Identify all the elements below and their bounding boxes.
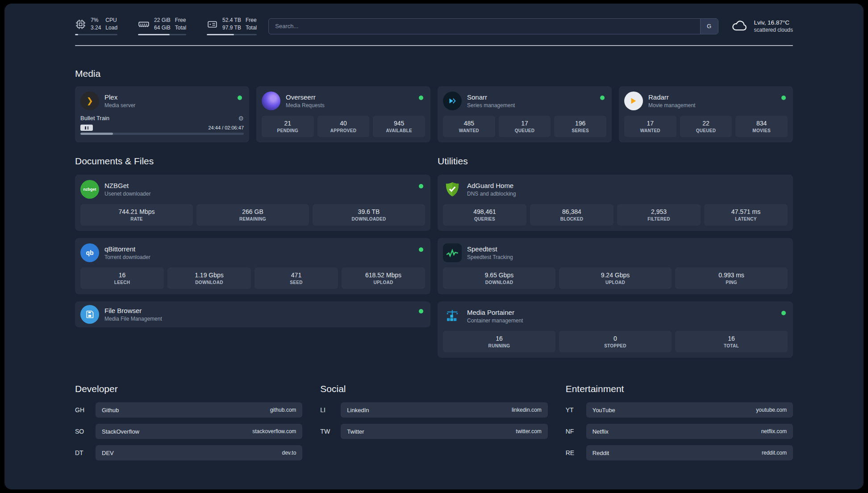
bookmark-linkedin[interactable]: LI LinkedIn linkedin.com — [320, 402, 547, 418]
stat-label: LATENCY — [735, 217, 757, 221]
service-name: Speedtest — [467, 245, 513, 253]
service-card-qbittorrent[interactable]: qb qBittorrent Torrent downloader 16 LEE… — [75, 238, 430, 294]
weather-location: Lviv, 16.87°C — [754, 19, 793, 26]
stat-tile: 744.21 Mbps RATE — [80, 204, 193, 226]
bookmark-url: twitter.com — [516, 428, 541, 435]
storage-total: 97.9 TB — [222, 25, 241, 31]
stat-tile: 16 RUNNING — [443, 331, 555, 352]
stat-tile: 266 GB REMAINING — [196, 204, 309, 226]
stat-value: 0 — [613, 335, 617, 342]
stat-label: QUEUED — [696, 128, 716, 133]
bookmark-url: dev.to — [282, 450, 296, 456]
stat-value: 86,384 — [562, 208, 581, 215]
service-name: Media Portainer — [467, 309, 523, 316]
memory-monitor: 22 GiB 64 GiB Free Total — [138, 17, 186, 35]
plex-icon: ❯ — [80, 92, 99, 110]
bookmark-url: youtube.com — [756, 407, 787, 413]
stat-value: 471 — [291, 272, 301, 279]
service-name: Plex — [104, 93, 135, 101]
service-card-adguard[interactable]: AdGuard Home DNS and adblocking 498,461 … — [438, 175, 793, 231]
service-card-overseerr[interactable]: Overseerr Media Requests 21 PENDING 40 A… — [256, 86, 430, 142]
stat-label: MOVIES — [752, 128, 771, 133]
stat-tile: 47.571 ms LATENCY — [704, 204, 788, 226]
stat-tile: 471 SEED — [255, 267, 338, 289]
bookmark-youtube[interactable]: YT YouTube youtube.com — [566, 402, 793, 418]
cpu-icon — [75, 19, 86, 30]
bookmark-abbr: GH — [75, 406, 96, 414]
service-card-speedtest[interactable]: Speedtest Speedtest Tracking 9.65 Gbps D… — [438, 238, 793, 294]
service-subtitle: Media Requests — [286, 102, 325, 109]
section-title-media: Media — [75, 68, 793, 79]
sonarr-icon — [443, 92, 462, 110]
section-title-utilities: Utilities — [438, 156, 793, 167]
service-name: File Browser — [104, 307, 162, 314]
stat-label: APPROVED — [330, 128, 357, 133]
service-card-nzbget[interactable]: nzbget NZBGet Usenet downloader 744.21 M… — [75, 175, 430, 231]
service-subtitle: Usenet downloader — [104, 191, 150, 197]
entertainment-bookmarks: Entertainment YT YouTube youtube.com NF … — [566, 384, 793, 467]
service-name: qBittorrent — [104, 245, 150, 253]
service-card-plex[interactable]: ❯ Plex Media server Bullet Train ⚙ 24:44… — [75, 86, 249, 142]
stat-label: RATE — [130, 217, 143, 221]
playback-progress-bar[interactable] — [80, 133, 244, 135]
bookmark-stackoverflow[interactable]: SO StackOverflow stackoverflow.com — [75, 424, 302, 439]
stat-tile: 21 PENDING — [262, 116, 314, 137]
now-playing-title: Bullet Train — [80, 115, 109, 121]
service-subtitle: Container management — [467, 318, 523, 324]
stat-value: 485 — [464, 120, 474, 127]
stat-value: 39.6 TB — [358, 208, 380, 215]
stat-value: 945 — [394, 120, 404, 127]
stat-value: 0.993 ms — [718, 272, 744, 279]
stat-tile: 9.24 Gbps UPLOAD — [559, 267, 672, 289]
cloud-icon — [731, 19, 749, 34]
service-card-filebrowser[interactable]: File Browser Media File Management — [75, 301, 430, 327]
storage-free: 52.4 TB — [222, 17, 241, 24]
bookmark-github[interactable]: GH Github github.com — [75, 402, 302, 418]
cpu-label: CPU — [105, 17, 117, 24]
overseerr-icon — [262, 92, 280, 110]
stat-label: PING — [726, 280, 737, 285]
memory-total-label: Total — [175, 25, 186, 31]
service-card-portainer[interactable]: Media Portainer Container management 16 … — [438, 301, 793, 358]
stat-tile: 17 QUEUED — [499, 116, 551, 137]
section-title-developer: Developer — [75, 384, 302, 394]
bookmark-abbr: DT — [75, 449, 96, 456]
service-subtitle: Speedtest Tracking — [467, 254, 513, 260]
stat-tile: 16 TOTAL — [675, 331, 788, 352]
stat-label: SEED — [290, 280, 302, 285]
bookmark-twitter[interactable]: TW Twitter twitter.com — [320, 424, 547, 439]
bookmark-name: LinkedIn — [347, 407, 369, 414]
status-online-dot — [781, 311, 786, 315]
cpu-load: 3.24 — [91, 25, 101, 31]
weather-widget[interactable]: Lviv, 16.87°C scattered clouds — [731, 19, 793, 34]
bookmark-reddit[interactable]: RE Reddit reddit.com — [566, 445, 793, 460]
search-input[interactable] — [269, 19, 700, 34]
bookmark-netflix[interactable]: NF Netflix netflix.com — [566, 424, 793, 439]
search-engine-button[interactable]: G — [700, 19, 718, 34]
section-title-documents: Documents & Files — [75, 156, 430, 167]
stat-value: 834 — [756, 120, 767, 127]
service-name: Sonarr — [467, 93, 515, 101]
stat-label: DOWNLOAD — [195, 280, 223, 285]
stat-value: 47.571 ms — [731, 208, 760, 215]
bookmark-url: github.com — [270, 407, 296, 413]
service-card-radarr[interactable]: Radarr Movie management 17 WANTED 22 QUE… — [619, 86, 793, 142]
stat-tile: 16 LEECH — [80, 267, 164, 289]
service-card-sonarr[interactable]: Sonarr Series management 485 WANTED 17 Q… — [438, 86, 612, 142]
settings-gear-icon[interactable]: ⚙ — [238, 115, 244, 121]
social-bookmarks: Social LI LinkedIn linkedin.com TW Twitt… — [320, 384, 547, 467]
stat-label: REMAINING — [239, 217, 266, 221]
media-section: ❯ Plex Media server Bullet Train ⚙ 24:44… — [75, 86, 793, 142]
storage-free-label: Free — [246, 17, 257, 24]
bookmark-abbr: YT — [566, 406, 586, 414]
plex-now-playing: Bullet Train ⚙ 24:44 / 02:06:47 — [80, 115, 244, 135]
nzbget-icon-text: nzbget — [83, 187, 96, 192]
storage-total-label: Total — [246, 25, 257, 31]
bookmark-dev[interactable]: DT DEV dev.to — [75, 445, 302, 460]
stat-tile: 485 WANTED — [443, 116, 495, 137]
service-subtitle: Media File Management — [104, 316, 162, 322]
stat-value: 21 — [284, 120, 292, 127]
topbar: 7% 3.24 CPU Load — [75, 17, 793, 35]
pause-button[interactable] — [80, 125, 93, 131]
cpu-load-label: Load — [105, 25, 117, 31]
